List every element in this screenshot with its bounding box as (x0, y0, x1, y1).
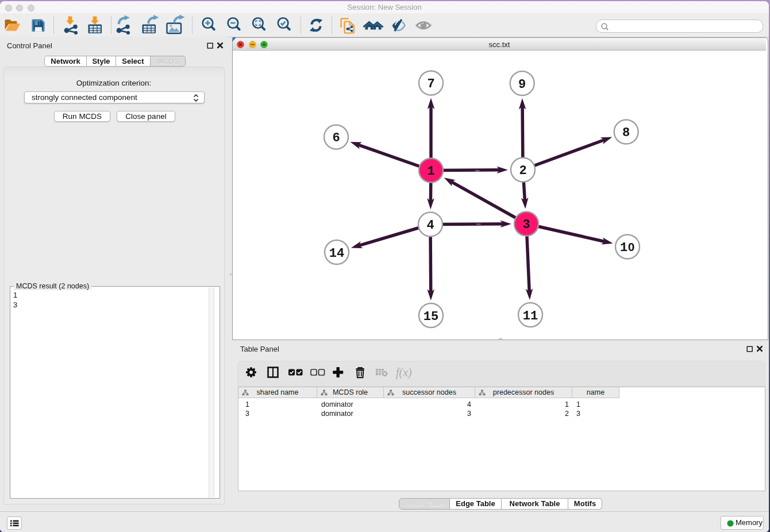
svg-text:2: 2 (519, 164, 526, 178)
svg-text:9: 9 (518, 78, 526, 92)
svg-text:14: 14 (329, 246, 344, 261)
svg-text:1: 1 (620, 241, 627, 255)
svg-text:7: 7 (427, 77, 434, 91)
svg-text:1: 1 (427, 164, 434, 179)
svg-text:4: 4 (426, 218, 434, 233)
svg-text:6: 6 (332, 131, 340, 145)
svg-text:f(x): f(x) (396, 366, 412, 379)
svg-text:3: 3 (522, 218, 530, 232)
svg-text:8: 8 (622, 126, 630, 140)
svg-text:11: 11 (523, 309, 538, 323)
svg-text:15: 15 (424, 310, 438, 324)
svg-text:0: 0 (628, 240, 635, 253)
